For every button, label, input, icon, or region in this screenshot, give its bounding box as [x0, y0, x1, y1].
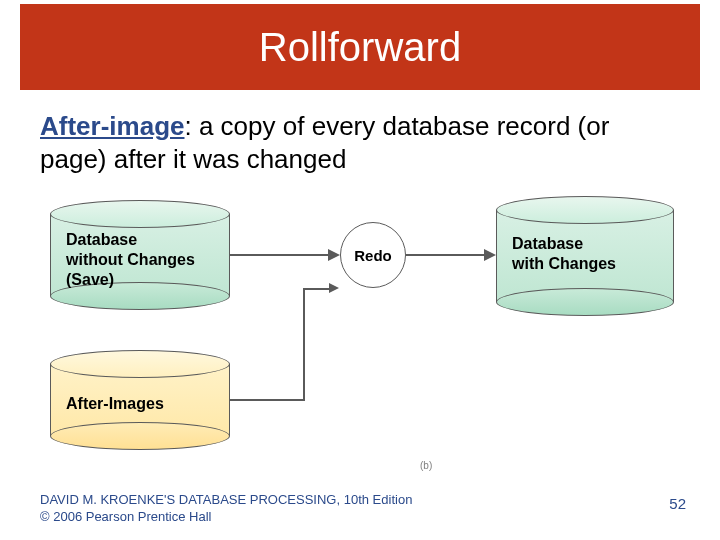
slide-title: Rollforward [259, 25, 461, 70]
footer-line2: © 2006 Pearson Prentice Hall [40, 508, 412, 526]
figure-caption: (b) [420, 460, 432, 471]
page-number: 52 [669, 495, 686, 512]
title-bar: Rollforward [20, 4, 700, 90]
arrow-after-h2 [303, 288, 331, 290]
db-with-changes-cylinder: Database with Changes [496, 196, 674, 316]
after-images-cylinder: After-Images [50, 350, 230, 450]
arrow-db-to-redo [230, 254, 330, 256]
db-without-label: Database without Changes (Save) [66, 230, 195, 290]
arrow-db-to-redo-head [328, 249, 340, 261]
after-images-label: After-Images [66, 394, 164, 414]
redo-label: Redo [354, 247, 392, 264]
arrow-redo-to-db [406, 254, 486, 256]
db-without-changes-cylinder: Database without Changes (Save) [50, 200, 230, 310]
footer-block: DAVID M. KROENKE'S DATABASE PROCESSING, … [40, 491, 412, 526]
rollforward-diagram: Database without Changes (Save) After-Im… [40, 200, 680, 500]
db-with-label: Database with Changes [512, 234, 616, 274]
arrow-redo-to-db-head [484, 249, 496, 261]
definition-term: After-image [40, 111, 184, 141]
slide-root: Rollforward After-image: a copy of every… [0, 0, 720, 540]
arrow-after-v [303, 290, 305, 401]
footer-line1: DAVID M. KROENKE'S DATABASE PROCESSING, … [40, 491, 412, 509]
redo-node: Redo [340, 222, 406, 288]
arrow-after-head [329, 283, 339, 293]
arrow-after-h1 [230, 399, 305, 401]
definition-block: After-image: a copy of every database re… [40, 110, 680, 175]
